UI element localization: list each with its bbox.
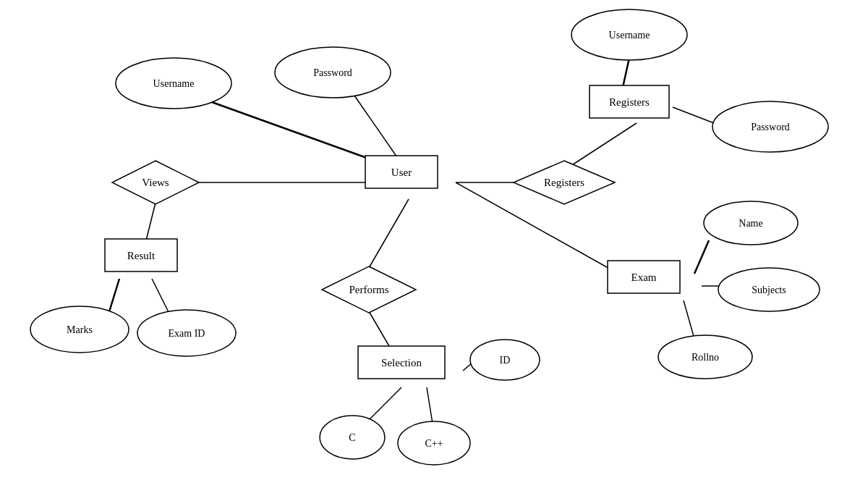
relationship-registers-label: Registers	[544, 177, 584, 188]
entity-user-label: User	[391, 167, 412, 178]
svg-line-16	[694, 240, 709, 274]
attr-id-label: ID	[500, 355, 511, 366]
svg-line-7	[564, 123, 637, 170]
er-diagram: User Result Selection Exam Registers Vie…	[0, 0, 868, 488]
attr-username2-label: Username	[609, 30, 650, 41]
entity-result-label: Result	[127, 250, 156, 261]
attr-password2-label: Password	[751, 122, 790, 132]
relationship-views-label: Views	[142, 177, 169, 188]
svg-line-14	[427, 387, 433, 424]
attr-username1-label: Username	[153, 78, 195, 89]
svg-line-0	[210, 101, 391, 167]
attr-c-label: C	[349, 432, 355, 443]
svg-line-13	[369, 387, 401, 420]
svg-line-10	[369, 199, 409, 268]
entity-selection-label: Selection	[381, 357, 422, 369]
attr-name-label: Name	[739, 218, 762, 229]
entity-exam-label: Exam	[631, 272, 657, 283]
attr-marks-label: Marks	[67, 324, 93, 335]
attr-password1-label: Password	[313, 67, 352, 78]
svg-line-18	[684, 300, 694, 339]
relationship-performs-label: Performs	[349, 284, 389, 295]
attr-subjects-label: Subjects	[752, 285, 786, 295]
attr-examid-label: Exam ID	[169, 328, 205, 339]
entity-registers-label: Registers	[609, 96, 650, 108]
attr-cpp-label: C++	[425, 438, 443, 449]
attr-rollno-label: Rollno	[692, 352, 719, 363]
